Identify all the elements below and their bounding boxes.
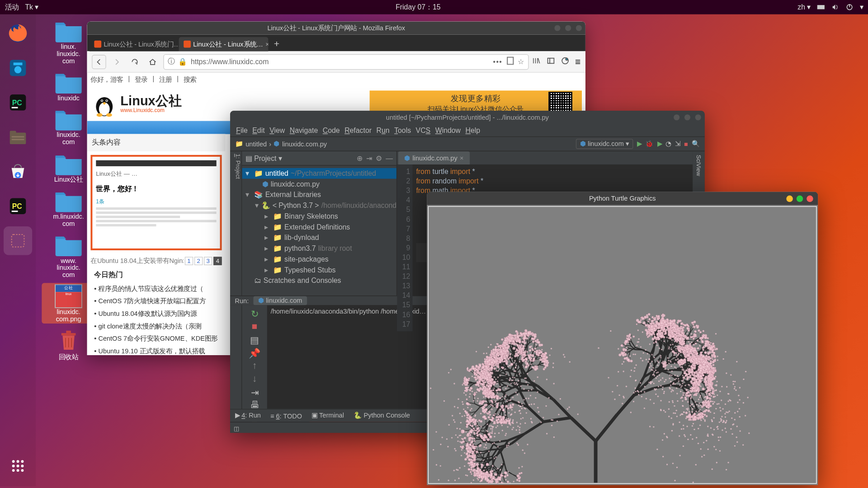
statusbar-icon[interactable]: ◫ [230,426,239,432]
tool-sciview[interactable]: SciView [695,155,702,176]
pycharm-titlebar[interactable]: untitled [~/PycharmProjects/untitled] - … [230,111,705,124]
list-item[interactable]: git clone速度太慢的解决办法（亲测 [94,320,218,333]
dock-screenshot[interactable] [4,54,32,82]
home-button[interactable] [146,55,160,69]
layout-icon[interactable]: ▤ [250,335,259,344]
menu-vcs[interactable]: VCS [416,126,431,134]
info-icon[interactable]: ⓘ [168,56,175,66]
list-item[interactable]: CentOS 7命令行安装GNOME、KDE图形 [94,333,218,345]
dock-pycharm-2[interactable]: PC [4,192,32,221]
pager-btn[interactable]: 2 [194,257,203,265]
tool-tab-todo[interactable]: ≡ 6: TODO [270,412,302,419]
menu-help[interactable]: Help [466,126,481,134]
turtle-titlebar[interactable]: Python Turtle Graphics [427,192,818,205]
collapse-icon[interactable]: ⇥ [366,154,372,162]
keyboard-layout[interactable]: zh ▾ [797,3,811,11]
url-input[interactable] [191,57,490,66]
activities-button[interactable]: 活动 [5,2,19,12]
project-tree[interactable]: ▾📁 untitled ~/PycharmProjects/untitled ⬢… [242,166,396,289]
chevron-down-icon[interactable]: ▾ [860,3,863,11]
tool-tab-pyconsole[interactable]: 🐍 Python Console [354,412,410,419]
maximize-button[interactable] [684,114,690,120]
menu-edit[interactable]: Edit [252,126,264,134]
close-button[interactable] [807,195,813,202]
project-dropdown[interactable]: ▤ Project ▾ [245,154,282,162]
dock-unknown[interactable] [4,226,32,255]
menu-window[interactable]: Window [435,126,461,134]
editor-tab[interactable]: ⬢linuxidc.com.py× [398,151,470,164]
clock[interactable]: Friday 07：15 [396,2,440,12]
pager-btn[interactable]: 4 [213,257,222,265]
run-tab[interactable]: ⬢ linuxidc.com [254,296,307,305]
list-item[interactable]: Ubuntu 19.10 正式版发布，默认搭载 [94,345,218,355]
pager-btn[interactable]: 3 [204,257,212,265]
menu-view[interactable]: View [269,126,285,134]
dock-files[interactable] [4,123,32,151]
login-link[interactable]: 登录 [135,75,148,84]
minimize-button[interactable] [786,195,793,202]
dock-software[interactable] [4,157,32,186]
close-icon[interactable]: × [460,155,463,162]
debug-button[interactable]: 🐞 [645,140,653,148]
forward-button[interactable] [110,55,124,69]
tool-project[interactable]: 1: Project [230,154,241,179]
reload-button[interactable] [127,55,142,69]
library-icon[interactable] [532,56,540,67]
run-config-select[interactable]: ⬢ linuxidc.com ▾ [576,139,633,149]
maximize-button[interactable] [565,25,571,31]
more-icon[interactable]: ••• [493,57,503,66]
coverage-button[interactable]: ▶ [657,140,662,148]
attach-button[interactable]: ⇲ [675,140,680,148]
down-icon[interactable]: ↓ [250,374,259,384]
maximize-button[interactable] [797,195,803,202]
stop-icon[interactable]: ■ [250,322,259,331]
settings-icon[interactable]: ⚙ [376,154,382,162]
profile-button[interactable]: ◔ [665,140,671,148]
turtle-window[interactable]: Python Turtle Graphics [427,192,818,485]
menu-run[interactable]: Run [376,126,389,134]
list-item[interactable]: 程序员的情人节应该这么优雅度过（ [94,282,218,295]
pager-btn[interactable]: 1 [185,257,193,265]
crumb[interactable]: untitled [245,141,267,148]
headline-preview[interactable]: Linux公社 — …世界，您好！1条 [90,155,222,250]
bookmark-icon[interactable]: ☆ [518,57,524,66]
menu-icon[interactable]: ≡ [575,56,580,67]
rerun-icon[interactable]: ↻ [250,309,259,318]
menu-file[interactable]: File [236,126,248,134]
tool-tab-terminal[interactable]: ▣ Terminal [311,412,344,419]
menu-code[interactable]: Code [323,126,340,134]
hide-icon[interactable]: — [386,154,393,162]
power-icon[interactable] [845,3,854,11]
pin-icon[interactable]: 📌 [250,348,259,357]
minimize-button[interactable] [554,25,560,31]
stop-button[interactable]: ■ [684,141,688,148]
close-icon[interactable]: × [265,41,268,48]
close-button[interactable] [576,25,582,31]
crumb[interactable]: linuxidc.com.py [282,141,327,148]
dock-show-apps[interactable] [4,452,32,480]
minimize-button[interactable] [674,114,679,120]
network-icon[interactable] [817,3,825,11]
up-icon[interactable]: ↑ [250,361,259,371]
back-button[interactable] [92,55,106,69]
sidebar-icon[interactable] [547,56,555,67]
list-item[interactable]: CentOS 7防火墙快速开放端口配置方 [94,295,218,308]
search-link[interactable]: 搜索 [184,75,197,84]
site-logo[interactable]: Linux公社www.Linuxidc.com [90,90,181,117]
list-item[interactable]: Ubuntu 18.04修改默认源为国内源 [94,307,218,320]
volume-icon[interactable] [831,3,839,11]
dock-firefox[interactable] [4,19,32,47]
browser-tab[interactable]: Linux公社 - Linux系统门…× [90,37,179,52]
register-link[interactable]: 注册 [159,75,172,84]
url-bar[interactable]: ⓘ 🔒 ••• ☆ [163,54,528,69]
wrap-icon[interactable]: ⇥ [250,387,259,397]
tool-tab-run[interactable]: ▶ 4: Run [235,412,261,419]
account-icon[interactable] [561,56,569,67]
menu-tools[interactable]: Tools [394,126,411,134]
close-button[interactable] [695,114,701,120]
run-button[interactable]: ▶ [637,140,642,148]
project-tool-window[interactable]: ▤ Project ▾⊕⇥⚙— ▾📁 untitled ~/PycharmPro… [242,151,397,296]
dock-pycharm[interactable]: PC [4,88,32,117]
locate-icon[interactable]: ⊕ [357,154,363,162]
app-menu[interactable]: Tk ▾ [25,3,38,11]
